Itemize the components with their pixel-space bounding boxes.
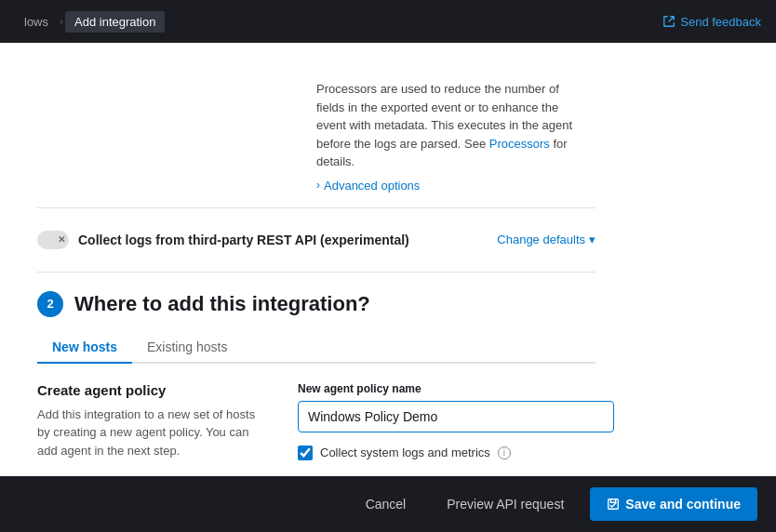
save-continue-button[interactable]: Save and continue: [590, 487, 757, 521]
tabs-row: New hosts Existing hosts: [37, 332, 595, 364]
cancel-button[interactable]: Cancel: [351, 489, 421, 519]
collect-system-logs-checkbox[interactable]: [298, 446, 313, 460]
field-label: New agent policy name: [298, 382, 614, 395]
collect-system-logs-row: Collect system logs and metrics i: [298, 446, 614, 460]
svg-rect-0: [609, 499, 619, 510]
main-content: Processors are used to reduce the number…: [0, 43, 776, 476]
breadcrumb-add-integration[interactable]: Add integration: [65, 11, 165, 33]
chevron-right-icon: ›: [316, 179, 320, 192]
collect-logs-toggle[interactable]: ✕: [37, 231, 69, 249]
chevron-down-icon: ▾: [589, 233, 595, 246]
policy-name-input[interactable]: [298, 401, 614, 432]
send-feedback-label: Send feedback: [680, 15, 761, 29]
tab-existing-hosts[interactable]: Existing hosts: [132, 332, 242, 364]
toggle-x-icon: ✕: [58, 234, 65, 245]
bottom-bar: Cancel Preview API request Save and cont…: [0, 476, 776, 532]
tab-new-hosts[interactable]: New hosts: [37, 332, 132, 364]
send-feedback-button[interactable]: Send feedback: [662, 15, 761, 29]
section-2-heading: 2 Where to add this integration?: [37, 291, 595, 317]
left-col: Create agent policy Add this integration…: [37, 382, 261, 460]
section-title: Where to add this integration?: [74, 292, 370, 316]
collect-system-logs-label: Collect system logs and metrics: [320, 446, 490, 459]
right-col: New agent policy name Collect system log…: [298, 382, 614, 460]
processor-description: Processors are used to reduce the number…: [316, 80, 577, 171]
preview-api-button[interactable]: Preview API request: [432, 489, 579, 519]
info-icon[interactable]: i: [498, 446, 511, 459]
processor-advanced-options-button[interactable]: › Advanced options: [316, 179, 586, 193]
collect-logs-label: Collect logs from third-party REST API (…: [78, 233, 488, 247]
save-icon: [607, 498, 620, 511]
breadcrumb-separator: ›: [60, 15, 63, 28]
step-badge: 2: [37, 291, 63, 317]
create-policy-title: Create agent policy: [37, 382, 261, 398]
create-policy-description: Add this integration to a new set of hos…: [37, 406, 261, 460]
two-col-section: Create agent policy Add this integration…: [37, 382, 614, 460]
external-link-icon: [662, 15, 676, 28]
content-inner: Processors are used to reduce the number…: [37, 43, 633, 476]
top-bar: lows › Add integration Send feedback: [0, 0, 776, 43]
processors-link[interactable]: Processors: [489, 137, 550, 151]
breadcrumb-flows[interactable]: lows: [15, 11, 58, 33]
breadcrumb: lows › Add integration: [15, 11, 165, 33]
collect-logs-row: ✕ Collect logs from third-party REST API…: [37, 223, 595, 257]
change-defaults-button[interactable]: Change defaults ▾: [497, 233, 595, 246]
